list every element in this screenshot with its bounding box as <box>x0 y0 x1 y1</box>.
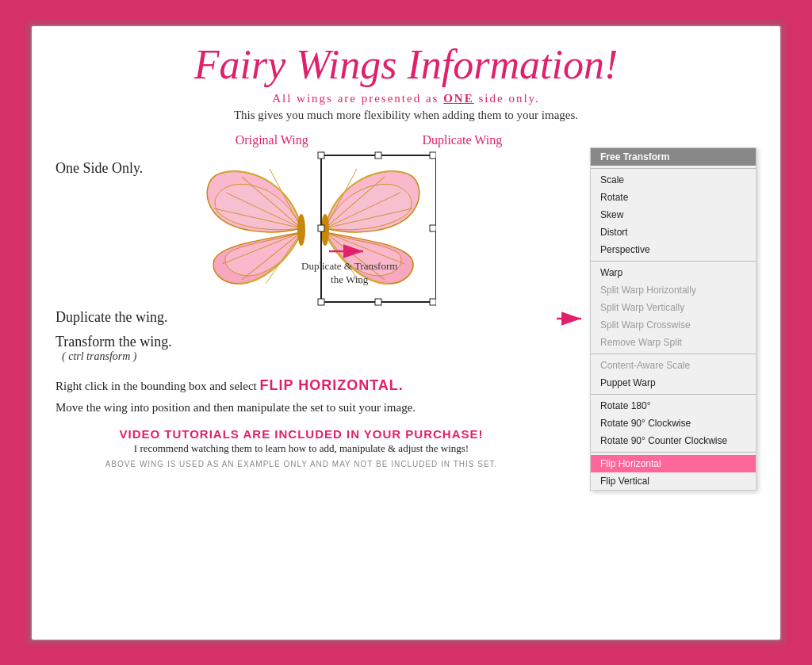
menu-content-aware: Content-Aware Scale <box>591 357 756 374</box>
menu-puppet-warp[interactable]: Puppet Warp <box>591 374 756 392</box>
inner-card: Fairy Wings Information! All wings are p… <box>30 25 782 641</box>
page-title: Fairy Wings Information! <box>56 42 756 87</box>
step-ctrl-transform: ( ctrl transform ) <box>62 350 547 363</box>
context-menu-wrapper: Free Transform Scale Rotate Skew Distort… <box>555 133 756 628</box>
flip-keyword: FLIP HORIZONTAL. <box>259 377 403 393</box>
step-one-side: One Side Only. <box>56 157 182 177</box>
menu-split-warp-v: Split Warp Vertically <box>591 299 756 316</box>
menu-perspective[interactable]: Perspective <box>591 241 756 258</box>
svg-rect-21 <box>375 152 381 159</box>
duplicate-arrow <box>327 244 371 258</box>
left-column: One Side Only. Original Wing Duplicate W… <box>56 133 547 628</box>
menu-skew[interactable]: Skew <box>591 206 756 224</box>
menu-free-transform[interactable]: Free Transform <box>591 148 756 166</box>
menu-distort[interactable]: Distort <box>591 224 756 241</box>
menu-flip-vertical[interactable]: Flip Vertical <box>591 472 756 490</box>
subtitle: All wings are presented as ONE side only… <box>56 92 756 105</box>
step-transform-group: Transform the wing. ( ctrl transform ) <box>56 331 547 363</box>
move-instruction: Move the wing into position and then man… <box>56 399 547 417</box>
svg-rect-24 <box>430 225 436 231</box>
menu-split-warp-c: Split Warp Crosswise <box>591 316 756 334</box>
menu-warp[interactable]: Warp <box>591 264 756 281</box>
video-sub-text: I recommend watching them to learn how t… <box>56 442 547 455</box>
context-menu: Free Transform Scale Rotate Skew Distort… <box>590 147 756 491</box>
description: This gives you much more flexibility whe… <box>56 109 756 122</box>
footer-note: ABOVE WING IS USED AS AN EXAMPLE ONLY AN… <box>56 460 547 468</box>
svg-rect-20 <box>430 299 436 305</box>
svg-rect-22 <box>375 299 381 305</box>
menu-divider-2 <box>591 261 756 262</box>
menu-split-warp-h: Split Warp Horizontally <box>591 281 756 299</box>
dup-caption-line2: the Wing <box>331 273 368 285</box>
svg-rect-17 <box>318 152 324 159</box>
menu-rotate-90ccw[interactable]: Rotate 90° Counter Clockwise <box>591 432 756 449</box>
menu-arrow <box>555 311 587 326</box>
menu-rotate[interactable]: Rotate <box>591 189 756 206</box>
video-main-text: VIDEO TUTORIALS ARE INCLUDED IN YOUR PUR… <box>56 427 547 441</box>
outer-border: Fairy Wings Information! All wings are p… <box>25 20 787 646</box>
original-wing-label: Original Wing <box>236 133 308 147</box>
menu-scale[interactable]: Scale <box>591 171 756 189</box>
svg-rect-18 <box>430 152 436 159</box>
flip-instruction: Right click in the bounding box and sele… <box>56 377 547 394</box>
menu-rotate-180[interactable]: Rotate 180° <box>591 397 756 415</box>
svg-rect-23 <box>318 225 324 231</box>
menu-remove-warp: Remove Warp Split <box>591 334 756 351</box>
duplicate-wing-label: Duplicate Wing <box>422 133 502 147</box>
main-content: One Side Only. Original Wing Duplicate W… <box>56 133 756 628</box>
menu-flip-horizontal[interactable]: Flip Horizontal <box>591 455 756 472</box>
menu-divider-5 <box>591 452 756 453</box>
svg-rect-19 <box>318 299 324 305</box>
menu-divider-4 <box>591 394 756 395</box>
step-transform: Transform the wing. <box>56 331 547 350</box>
dup-caption-line1: Duplicate & Transform <box>301 260 397 272</box>
menu-divider-1 <box>591 168 756 169</box>
menu-rotate-90cw[interactable]: Rotate 90° Clockwise <box>591 415 756 432</box>
menu-divider-3 <box>591 354 756 354</box>
svg-point-7 <box>297 214 305 246</box>
video-banner: VIDEO TUTORIALS ARE INCLUDED IN YOUR PUR… <box>56 427 547 455</box>
